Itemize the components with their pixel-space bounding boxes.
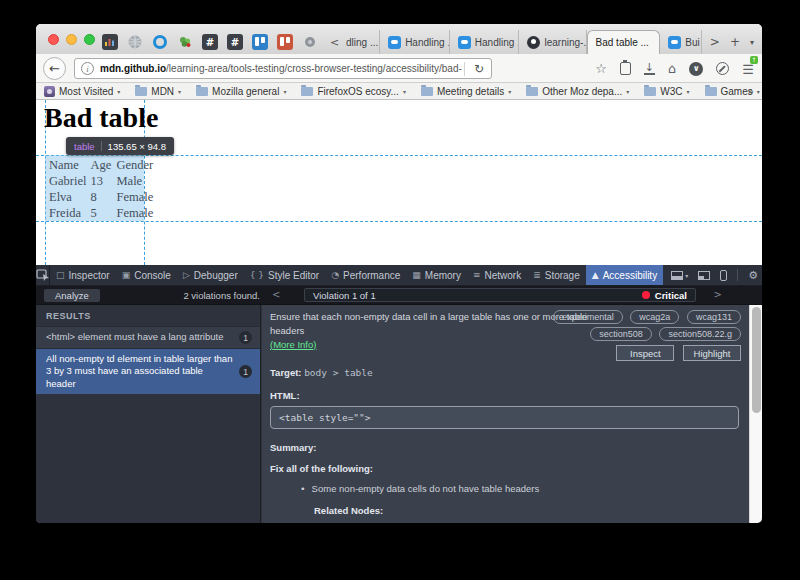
bookmark-folder-other-moz[interactable]: Other Moz depa...▾ bbox=[526, 86, 629, 97]
chat-icon bbox=[388, 36, 401, 49]
pinned-tab-globe-icon[interactable] bbox=[127, 34, 143, 50]
bookmark-most-visited[interactable]: Most Visited▾ bbox=[44, 86, 120, 97]
result-item-table-header[interactable]: All non-empty td element in table larger… bbox=[36, 349, 260, 394]
tab-handling-3[interactable]: Handling ... bbox=[450, 30, 520, 54]
inspect-button[interactable]: Inspect bbox=[616, 345, 674, 361]
accessibility-warning-icon: ▲ bbox=[592, 270, 599, 280]
tab-label: Storage bbox=[545, 270, 580, 281]
table-cell: Gabriel bbox=[47, 173, 88, 189]
menu-button[interactable]: ☰ ↑ bbox=[742, 60, 754, 78]
tab-accessibility[interactable]: ▲Accessibility bbox=[586, 265, 663, 285]
previous-violation-icon[interactable]: < bbox=[272, 289, 280, 300]
more-info-link[interactable]: (More Info) bbox=[270, 339, 316, 350]
github-icon bbox=[527, 36, 540, 49]
tab-network[interactable]: ≡Network bbox=[467, 265, 527, 285]
home-icon[interactable]: ⌂ bbox=[668, 61, 676, 76]
back-button[interactable]: ← bbox=[43, 57, 66, 80]
bookmark-folder-meeting-details[interactable]: Meeting details▾ bbox=[421, 86, 511, 97]
tab-style-editor[interactable]: { }Style Editor bbox=[244, 265, 325, 285]
responsive-design-icon[interactable] bbox=[720, 270, 727, 281]
new-tab-icon[interactable]: + bbox=[730, 35, 740, 49]
tab-handling-1[interactable]: dling ... bbox=[338, 30, 380, 54]
tab-label: Bui bbox=[685, 37, 699, 48]
tab-debugger[interactable]: ▷Debugger bbox=[177, 265, 244, 285]
devtools-panel: □Inspector ▣Console ▷Debugger { }Style E… bbox=[36, 265, 762, 523]
table-row: Freida 5 Female bbox=[47, 205, 155, 221]
pocket-icon[interactable]: ∨ bbox=[689, 62, 703, 76]
tab-bui[interactable]: Bui bbox=[660, 30, 702, 54]
pinned-tab-chart-icon[interactable] bbox=[102, 34, 118, 50]
scrollbar-track[interactable] bbox=[749, 305, 762, 523]
tab-label: Accessibility bbox=[603, 270, 657, 281]
fix-all-label: Fix all of the following: bbox=[270, 463, 741, 474]
bookmarks-overflow-icon[interactable]: » bbox=[747, 85, 754, 98]
bookmark-folder-mozilla-general[interactable]: Mozilla general▾ bbox=[196, 86, 286, 97]
url-bar[interactable]: i mdn.github.io/learning-area/tools-test… bbox=[74, 58, 492, 79]
next-violation-icon[interactable]: > bbox=[714, 289, 722, 300]
chevron-down-icon: ▾ bbox=[508, 88, 511, 95]
devtools-toolbox-buttons: ▾ ⚙ × bbox=[663, 265, 762, 285]
identity-info-icon[interactable]: i bbox=[81, 62, 94, 75]
tag-pill: wcag2a bbox=[630, 310, 679, 324]
bookmark-folder-w3c[interactable]: W3C▾ bbox=[644, 86, 689, 97]
results-header: RESULTS bbox=[36, 305, 260, 326]
tab-storage[interactable]: ≣Storage bbox=[527, 265, 586, 285]
all-tabs-icon[interactable]: ▾ bbox=[750, 38, 754, 47]
pinned-tab-gray-icon[interactable] bbox=[302, 34, 318, 50]
bookmark-star-icon[interactable]: ☆ bbox=[595, 61, 607, 76]
performance-icon: ◔ bbox=[331, 270, 339, 280]
tab-learning-area[interactable]: learning-... bbox=[519, 30, 586, 54]
target-row: Target: body > table bbox=[270, 367, 741, 378]
folder-icon bbox=[526, 87, 538, 96]
tab-bad-table-active[interactable]: Bad table ... × bbox=[587, 30, 661, 54]
result-item-lang[interactable]: <html> element must have a lang attribut… bbox=[36, 326, 260, 349]
table-cell: Elva bbox=[47, 189, 88, 205]
pick-element-button[interactable] bbox=[36, 265, 50, 285]
highlight-button[interactable]: Highlight bbox=[683, 345, 741, 361]
most-visited-icon bbox=[44, 86, 55, 97]
chevron-down-icon: ▾ bbox=[626, 88, 629, 95]
dock-options-button[interactable]: ▾ bbox=[671, 271, 688, 280]
tab-performance[interactable]: ◔Performance bbox=[325, 265, 406, 285]
url-text[interactable]: mdn.github.io/learning-area/tools-testin… bbox=[100, 63, 462, 74]
tab-memory[interactable]: ▦Memory bbox=[406, 265, 467, 285]
pinned-tab-irc-channel-icon[interactable]: # bbox=[227, 34, 243, 50]
tab-inspector[interactable]: □Inspector bbox=[50, 265, 116, 285]
chevron-down-icon: ▾ bbox=[687, 88, 690, 95]
reading-list-icon[interactable] bbox=[620, 62, 631, 75]
reload-icon[interactable]: ↻ bbox=[467, 62, 491, 76]
tag-pills-row2: section508 section508.22.g bbox=[585, 327, 741, 341]
settings-gear-icon[interactable]: ⚙ bbox=[748, 269, 758, 282]
navigation-toolbar: ← i mdn.github.io/learning-area/tools-te… bbox=[36, 54, 762, 83]
page-actions-icon[interactable] bbox=[716, 62, 729, 75]
bad-table: Name Age Gender Gabriel 13 Male Elva 8 F… bbox=[47, 157, 155, 221]
tab-label: learning-... bbox=[544, 37, 586, 48]
scroll-tabs-right-icon[interactable]: > bbox=[710, 35, 720, 49]
pinned-tab-trello-blue-icon[interactable] bbox=[252, 34, 268, 50]
pinned-tabs: # # < bbox=[102, 34, 342, 50]
pinned-tab-plant-icon[interactable] bbox=[177, 34, 193, 50]
url-path: /learning-area/tools-testing/cross-brows… bbox=[166, 63, 462, 74]
bookmark-folder-firefoxos[interactable]: FirefoxOS ecosy...▾ bbox=[301, 86, 406, 97]
table-cell: Name bbox=[47, 157, 88, 173]
analyze-button[interactable]: Analyze bbox=[44, 289, 100, 302]
scrollbar-thumb[interactable] bbox=[752, 307, 761, 413]
minimize-window-button[interactable] bbox=[66, 34, 77, 45]
pinned-tab-irc-channel-icon[interactable]: # bbox=[202, 34, 218, 50]
zoom-window-button[interactable] bbox=[84, 34, 95, 45]
pinned-tab-trello-red-icon[interactable] bbox=[277, 34, 293, 50]
downloads-icon[interactable]: ↓ bbox=[644, 63, 655, 75]
split-console-icon[interactable] bbox=[698, 271, 710, 280]
browser-window: # # < dling ... Handling ... Han bbox=[36, 24, 762, 523]
update-badge: ↑ bbox=[750, 56, 758, 64]
bullet-icon: • bbox=[300, 483, 306, 494]
table-cell: Gender bbox=[114, 157, 155, 173]
tab-console[interactable]: ▣Console bbox=[116, 265, 177, 285]
close-window-button[interactable] bbox=[48, 34, 59, 45]
tab-handling-2[interactable]: Handling ... bbox=[380, 30, 450, 54]
accessibility-toolbar: Analyze 2 violations found. < Violation … bbox=[36, 286, 762, 305]
url-domain: mdn.github.io bbox=[100, 63, 166, 74]
severity-badge: Critical bbox=[642, 290, 695, 301]
bookmark-folder-mdn[interactable]: MDN▾ bbox=[135, 86, 181, 97]
pinned-tab-ring-icon[interactable] bbox=[152, 34, 168, 50]
